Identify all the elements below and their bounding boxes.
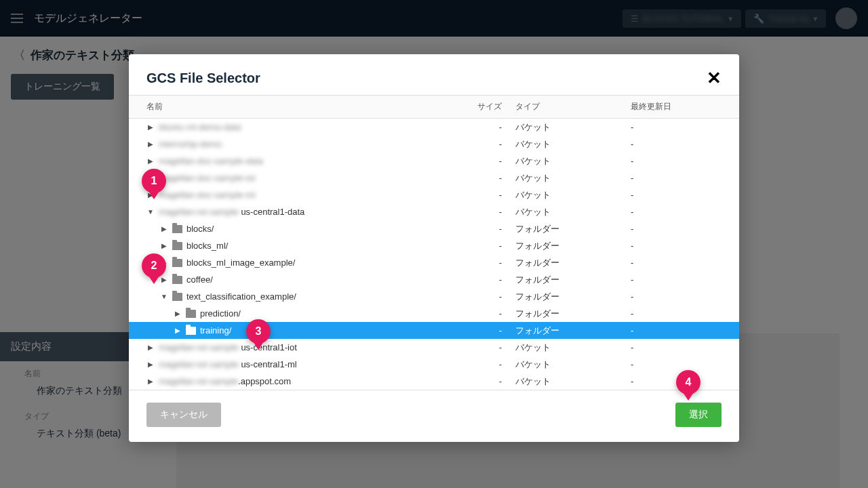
row-type: フォルダー <box>509 223 624 235</box>
table-row[interactable]: prediction/-フォルダー- <box>129 305 739 322</box>
table-row[interactable]: magellan-doc-sample-ml-バケット- <box>129 186 739 203</box>
folder-icon <box>186 327 196 335</box>
folder-icon <box>172 242 182 250</box>
row-date: - <box>624 122 739 132</box>
col-date: 最終更新日 <box>624 101 739 113</box>
chevron-down-icon[interactable] <box>146 208 155 216</box>
row-size: - <box>468 291 509 302</box>
row-date: - <box>624 241 739 251</box>
row-name: magellan-doc-sample-iot <box>159 173 255 183</box>
row-size: - <box>468 359 509 369</box>
row-name: prediction/ <box>200 308 241 319</box>
row-size: - <box>468 207 509 217</box>
table-row[interactable]: text_classification_example/-フォルダー- <box>129 288 739 305</box>
row-name: internship-demo <box>159 139 222 149</box>
row-type: バケット <box>509 206 624 218</box>
table-row[interactable]: magellan-doc-sample-iot-バケット- <box>129 169 739 186</box>
row-type: フォルダー <box>509 291 624 303</box>
row-name: blocks_ml/ <box>186 241 228 251</box>
row-size: - <box>468 342 509 352</box>
table-row[interactable]: coffee/-フォルダー- <box>129 271 739 288</box>
row-type: フォルダー <box>509 325 624 337</box>
chevron-right-icon[interactable] <box>174 327 182 334</box>
row-size: - <box>468 274 509 285</box>
row-name: training/ <box>200 325 231 336</box>
row-size: - <box>468 308 509 319</box>
row-date: - <box>624 156 739 166</box>
chevron-right-icon[interactable] <box>146 123 155 131</box>
callout-4: 4 <box>676 370 701 401</box>
row-type: フォルダー <box>509 240 624 252</box>
row-date: - <box>624 342 739 352</box>
row-type: バケット <box>509 359 624 371</box>
close-icon[interactable]: ✕ <box>707 69 722 87</box>
table-row[interactable]: blocks_ml_image_example/-フォルダー- <box>129 254 739 271</box>
chevron-right-icon[interactable] <box>160 242 168 249</box>
folder-icon <box>172 225 182 233</box>
table-row[interactable]: magellan-iot-sample.appspot.com-バケット- <box>129 373 739 390</box>
row-name-prefix: magellan-iot-sample- <box>159 207 241 217</box>
table-row[interactable]: blocks-ml-demo-data-バケット- <box>129 119 739 136</box>
callout-2: 2 <box>142 253 166 285</box>
table-row[interactable]: magellan-doc-sample-data-バケット- <box>129 152 739 169</box>
folder-icon <box>186 310 196 318</box>
row-name: text_classification_example/ <box>186 291 296 302</box>
row-name-prefix: magellan-iot-sample <box>159 376 238 386</box>
row-name: blocks-ml-demo-data <box>159 122 241 132</box>
table-row[interactable]: blocks_ml/-フォルダー- <box>129 237 739 254</box>
chevron-right-icon[interactable] <box>160 225 168 232</box>
row-size: - <box>468 376 509 386</box>
row-name: blocks/ <box>186 224 214 234</box>
row-type: フォルダー <box>509 308 624 320</box>
chevron-right-icon[interactable] <box>146 157 155 165</box>
callout-3: 3 <box>246 319 271 350</box>
row-type: フォルダー <box>509 257 624 269</box>
file-tree[interactable]: blocks-ml-demo-data-バケット-internship-demo… <box>129 119 739 390</box>
table-header: 名前 サイズ タイプ 最終更新日 <box>129 95 739 119</box>
row-type: バケット <box>509 189 624 201</box>
row-date: - <box>624 224 739 234</box>
chevron-right-icon[interactable] <box>146 140 155 148</box>
chevron-right-icon[interactable] <box>146 378 155 385</box>
col-name: 名前 <box>129 101 468 113</box>
row-date: - <box>624 308 739 319</box>
table-row[interactable]: magellan-iot-sample-us-central1-ml-バケット- <box>129 356 739 373</box>
cancel-button[interactable]: キャンセル <box>146 403 221 427</box>
row-date: - <box>624 190 739 200</box>
table-row[interactable]: magellan-iot-sample-us-central1-data-バケッ… <box>129 203 739 220</box>
folder-icon <box>172 259 182 267</box>
row-type: バケット <box>509 121 624 134</box>
row-date: - <box>624 359 739 369</box>
row-name: us-central1-ml <box>241 359 296 369</box>
table-row[interactable]: blocks/-フォルダー- <box>129 220 739 237</box>
row-date: - <box>624 325 739 336</box>
row-name: blocks_ml_image_example/ <box>186 258 295 268</box>
chevron-right-icon[interactable] <box>146 344 155 351</box>
gcs-file-selector-modal: GCS File Selector ✕ 名前 サイズ タイプ 最終更新日 blo… <box>129 54 739 442</box>
row-date: - <box>624 139 739 149</box>
row-type: フォルダー <box>509 274 624 286</box>
table-row[interactable]: internship-demo-バケット- <box>129 136 739 152</box>
row-size: - <box>468 258 509 268</box>
row-type: バケット <box>509 172 624 184</box>
modal-title: GCS File Selector <box>146 70 260 86</box>
row-size: - <box>468 190 509 200</box>
table-row[interactable]: training/-フォルダー- <box>129 322 739 339</box>
row-size: - <box>468 325 509 336</box>
row-date: - <box>624 274 739 285</box>
row-size: - <box>468 224 509 234</box>
row-date: - <box>624 258 739 268</box>
chevron-down-icon[interactable] <box>160 293 168 300</box>
row-type: バケット <box>509 138 624 150</box>
table-row[interactable]: magellan-iot-sample-us-central1-iot-バケット… <box>129 339 739 356</box>
chevron-right-icon[interactable] <box>174 310 182 317</box>
folder-icon <box>172 293 182 301</box>
callout-1: 1 <box>142 169 166 200</box>
select-button[interactable]: 選択 <box>675 403 722 427</box>
row-date: - <box>624 207 739 217</box>
row-size: - <box>468 241 509 251</box>
row-name: magellan-doc-sample-data <box>159 156 263 166</box>
row-type: バケット <box>509 155 624 167</box>
chevron-right-icon[interactable] <box>146 361 155 368</box>
col-type: タイプ <box>509 101 624 113</box>
